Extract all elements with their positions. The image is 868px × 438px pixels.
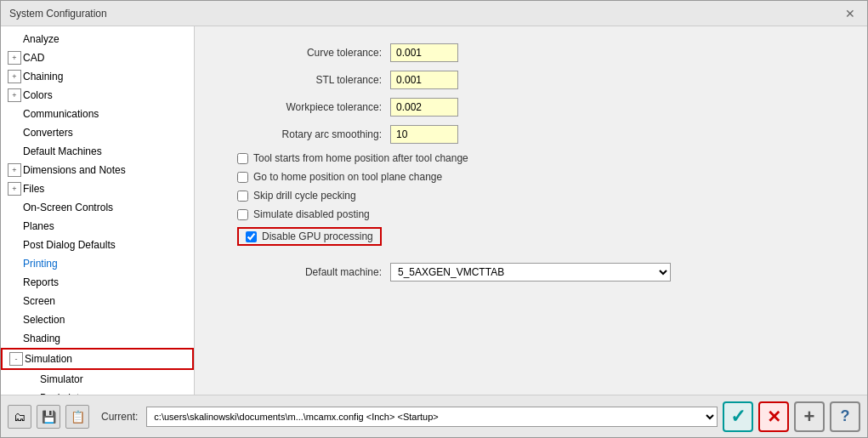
tree-item-dimensions-notes[interactable]: +Dimensions and Notes	[1, 161, 194, 179]
expand-icon-analyze[interactable]	[8, 32, 21, 46]
copy-button[interactable]: 📋	[65, 405, 89, 429]
stl-tolerance-input[interactable]	[390, 71, 458, 89]
checkbox-disable-gpu-row: Disable GPU processing	[237, 227, 382, 246]
curve-tolerance-input[interactable]	[390, 43, 458, 62]
workpiece-tolerance-input[interactable]	[390, 98, 458, 117]
tree-item-label-shading: Shading	[23, 331, 60, 346]
close-button[interactable]: ✕	[842, 7, 859, 20]
expand-icon-selection[interactable]	[8, 313, 21, 327]
checkbox-skip-drill-row: Skip drill cycle pecking	[220, 190, 842, 202]
tree-item-label-planes: Planes	[23, 219, 54, 234]
checkbox-simulate-disabled[interactable]	[237, 209, 248, 220]
tree-item-default-machines[interactable]: Default Machines	[1, 142, 194, 161]
expand-icon-files[interactable]: +	[8, 182, 21, 196]
tree-item-analyze[interactable]: Analyze	[1, 30, 194, 48]
main-content: Analyze+CAD+Chaining+ColorsCommunication…	[1, 26, 867, 395]
tree-item-cad[interactable]: +CAD	[1, 48, 194, 67]
checkbox-disable-gpu-label: Disable GPU processing	[262, 230, 373, 242]
tree-item-converters[interactable]: Converters	[1, 123, 194, 142]
expand-icon-chaining[interactable]: +	[8, 70, 21, 83]
tree-item-shading[interactable]: Shading	[1, 329, 194, 348]
tree-item-label-selection: Selection	[23, 312, 65, 327]
stl-tolerance-row: STL tolerance:	[220, 71, 842, 89]
expand-icon-colors[interactable]: +	[8, 88, 21, 102]
window-title: System Configuration	[9, 8, 107, 20]
tree-item-label-screen: Screen	[23, 293, 55, 309]
expand-icon-planes[interactable]	[8, 219, 21, 233]
tree-item-label-converters: Converters	[23, 125, 73, 140]
checkbox-goto-home[interactable]	[237, 172, 248, 183]
tree-item-label-printing: Printing	[23, 256, 58, 271]
checkbox-home-position[interactable]	[237, 153, 248, 164]
workpiece-tolerance-label: Workpiece tolerance:	[220, 101, 390, 113]
tree-item-backplot[interactable]: Backplot	[1, 389, 194, 395]
add-button[interactable]: +	[794, 401, 825, 432]
tree-item-label-chaining: Chaining	[23, 69, 63, 84]
expand-icon-on-screen-controls[interactable]	[8, 201, 21, 214]
expand-icon-reports[interactable]	[8, 276, 21, 289]
curve-tolerance-label: Curve tolerance:	[220, 47, 390, 59]
default-machine-select[interactable]: 5_5AXGEN_VMCTTAB	[390, 263, 671, 282]
expand-icon-simulator[interactable]	[25, 373, 38, 386]
add-icon: +	[804, 406, 815, 428]
expand-icon-cad[interactable]: +	[8, 51, 21, 65]
checkbox-home-position-label: Tool starts from home position after too…	[253, 152, 468, 164]
checkbox-simulate-disabled-label: Simulate disabled posting	[253, 208, 370, 220]
rotary-smoothing-row: Rotary arc smoothing:	[220, 125, 842, 144]
tree-item-label-reports: Reports	[23, 275, 59, 290]
tree-wrapper: Analyze+CAD+Chaining+ColorsCommunication…	[1, 26, 194, 395]
expand-icon-screen[interactable]	[8, 294, 21, 308]
tree-item-simulator[interactable]: Simulator	[1, 370, 194, 389]
tree-item-printing[interactable]: Printing	[1, 254, 194, 273]
tree-item-label-analyze: Analyze	[23, 31, 60, 47]
system-configuration-window: System Configuration ✕ Analyze+CAD+Chain…	[0, 0, 868, 438]
tree-item-planes[interactable]: Planes	[1, 217, 194, 236]
checkbox-goto-home-row: Go to home position on tool plane change	[220, 171, 842, 183]
tree-item-label-on-screen-controls: On-Screen Controls	[23, 200, 113, 215]
expand-icon-printing[interactable]	[8, 257, 21, 270]
tree-item-simulation[interactable]: -Simulation	[1, 348, 194, 370]
confirm-button[interactable]: ✓	[723, 401, 753, 432]
expand-icon-dimensions-notes[interactable]: +	[8, 163, 21, 177]
current-path-select[interactable]: c:\users\skalinowski\documents\m...\mcam…	[146, 407, 718, 427]
tree-item-label-simulation: Simulation	[25, 351, 72, 367]
help-button[interactable]: ?	[830, 401, 860, 432]
tree-item-label-post-dialog: Post Dialog Defaults	[23, 237, 116, 253]
tree-item-selection[interactable]: Selection	[1, 310, 194, 329]
tree-item-screen[interactable]: Screen	[1, 292, 194, 310]
stl-tolerance-label: STL tolerance:	[220, 74, 390, 86]
expand-icon-simulation[interactable]: -	[9, 352, 23, 366]
tree-item-on-screen-controls[interactable]: On-Screen Controls	[1, 198, 194, 217]
checkbox-skip-drill-label: Skip drill cycle pecking	[253, 190, 356, 202]
expand-icon-communications[interactable]	[8, 107, 21, 121]
save-icon: 💾	[42, 410, 56, 424]
tree-item-reports[interactable]: Reports	[1, 273, 194, 292]
tree-item-label-files: Files	[23, 181, 44, 196]
tree-item-colors[interactable]: +Colors	[1, 86, 194, 105]
open-folder-button[interactable]: 🗂	[8, 405, 31, 429]
tree-item-label-communications: Communications	[23, 106, 99, 122]
tree-item-chaining[interactable]: +Chaining	[1, 67, 194, 86]
expand-icon-default-machines[interactable]	[8, 145, 21, 158]
tree-item-files[interactable]: +Files	[1, 179, 194, 198]
copy-icon: 📋	[71, 410, 85, 424]
checkbox-home-position-row: Tool starts from home position after too…	[220, 152, 842, 164]
expand-icon-post-dialog[interactable]	[8, 238, 21, 252]
save-button[interactable]: 💾	[37, 405, 60, 429]
tree-item-post-dialog[interactable]: Post Dialog Defaults	[1, 236, 194, 254]
tree-item-communications[interactable]: Communications	[1, 105, 194, 123]
checkbox-skip-drill[interactable]	[237, 191, 248, 202]
checkbox-disable-gpu[interactable]	[246, 231, 257, 242]
expand-icon-shading[interactable]	[8, 332, 21, 345]
tree-item-label-default-machines: Default Machines	[23, 144, 102, 159]
workpiece-tolerance-row: Workpiece tolerance:	[220, 98, 842, 117]
default-machine-label: Default machine:	[220, 266, 390, 278]
tree-container[interactable]: Analyze+CAD+Chaining+ColorsCommunication…	[1, 26, 194, 395]
cancel-button[interactable]: ✕	[758, 401, 789, 432]
rotary-smoothing-label: Rotary arc smoothing:	[220, 128, 390, 140]
tree-item-label-cad: CAD	[23, 50, 44, 65]
left-panel: Analyze+CAD+Chaining+ColorsCommunication…	[1, 26, 195, 395]
rotary-smoothing-input[interactable]	[390, 125, 458, 144]
tree-item-label-dimensions-notes: Dimensions and Notes	[23, 162, 126, 178]
expand-icon-converters[interactable]	[8, 126, 21, 139]
